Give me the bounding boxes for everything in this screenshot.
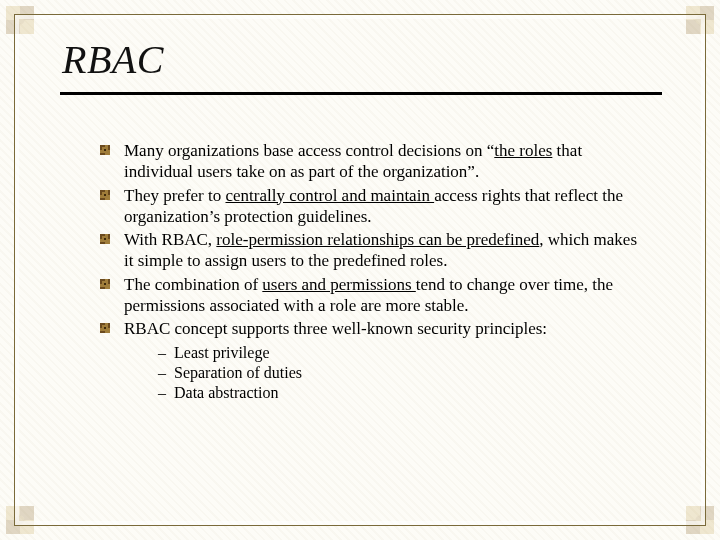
title-underline [60,92,662,95]
underlined-text: centrally control and maintain [225,186,434,205]
sub-list-item: Least privilege [158,343,650,363]
slide: RBAC Many organizations base access cont… [0,0,720,540]
list-item: They prefer to centrally control and mai… [100,185,650,228]
sub-list: Least privilege Separation of duties Dat… [124,343,650,403]
text: The combination of [124,275,262,294]
slide-content: Many organizations base access control d… [100,140,650,405]
list-item: Many organizations base access control d… [100,140,650,183]
slide-title: RBAC [62,36,164,83]
text: Many organizations base access control d… [124,141,494,160]
underlined-text: users and permissions [262,275,415,294]
bullet-list: Many organizations base access control d… [100,140,650,403]
list-item: The combination of users and permissions… [100,274,650,317]
list-item: With RBAC, role-permission relationships… [100,229,650,272]
underlined-text: the roles [494,141,552,160]
underlined-text: role-permission relationships can be pre… [216,230,539,249]
list-item: RBAC concept supports three well-known s… [100,318,650,403]
text: They prefer to [124,186,225,205]
sub-list-item: Data abstraction [158,383,650,403]
sub-list-item: Separation of duties [158,363,650,383]
text: With RBAC, [124,230,216,249]
text: RBAC concept supports three well-known s… [124,319,547,338]
